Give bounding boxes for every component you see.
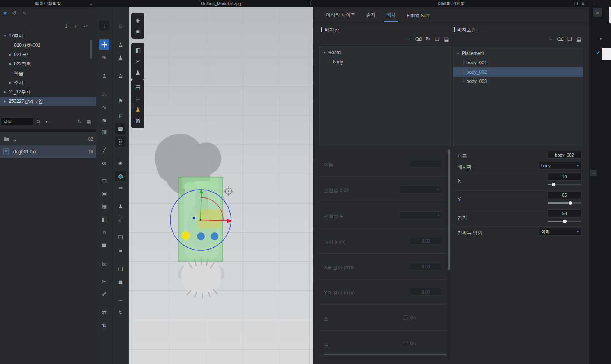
float-window-icon[interactable]: ❐ [306,0,313,7]
fabric-roll-tool[interactable]: ◎ [99,258,109,268]
pose-c-tool[interactable]: ♙ [115,70,126,81]
library-titlebar[interactable]: 라이브러리창 ← [0,0,96,7]
wave-icon[interactable]: ∿ [20,9,29,17]
gap-value-input[interactable]: 50 [548,209,581,217]
dot-pattern-tool[interactable]: ⣿ [115,136,126,147]
favorite-star-icon[interactable]: ★ [1,9,9,17]
scrollbar-thumb[interactable] [448,149,450,270]
tree-item[interactable]: ▼07주차 [0,31,96,40]
globe-add-tool[interactable]: ⊕ [115,158,126,168]
placement-item-row[interactable]: ├ body_001 [453,58,583,67]
properties-scrollbar[interactable] [447,148,451,362]
board-select[interactable]: body ▾ [539,162,581,170]
globe-view-button[interactable]: ⊕ [131,115,144,127]
board-item-row[interactable]: └ body [320,57,450,67]
tab-fitting-suit[interactable]: Fitting Suit [401,13,434,22]
layer-list-button[interactable]: ☰ [593,8,602,17]
finish-flag-tool[interactable]: ⚐ [115,111,126,121]
open-board-icon[interactable]: ❏ [434,36,440,42]
open-point-icon[interactable]: ❏ [566,36,573,42]
placement-point-selected[interactable] [181,231,190,240]
slider-thumb[interactable] [563,220,567,223]
bend-arrow-tool[interactable]: ↯ [115,307,126,317]
slider-thumb[interactable] [552,183,555,186]
hand-checkbox[interactable] [403,315,407,320]
measure-tool[interactable]: ▥ [99,126,109,137]
garment-half-tool[interactable]: ◧ [99,214,109,224]
expand-icon[interactable]: ▶ [3,100,7,103]
visible-check-icon[interactable]: ✔ [595,49,602,56]
search-options-caret-icon[interactable]: ▾ [43,118,50,125]
frame-tool[interactable]: ❏ [115,232,126,242]
delete-board-icon[interactable]: ⌫ [415,36,422,42]
grid-view-icon[interactable]: ▦ [85,118,92,125]
expand-icon[interactable]: ▶ [9,53,12,56]
expand-panel-button[interactable]: → [590,170,597,176]
flip-page-tool[interactable]: ❐ [99,176,109,186]
sewing-tool[interactable]: ∿ [99,102,109,113]
expand-icon[interactable]: ▼ [456,52,460,55]
garment-view-button[interactable]: ▣ [131,26,144,37]
foot-checkbox[interactable] [403,341,407,345]
tape-view-button[interactable]: ≣ [131,93,144,104]
wrap-direction-select[interactable]: 아래 ▾ [539,228,581,236]
expand-icon[interactable]: ▼ [323,51,327,55]
tree-item[interactable]: ▶021코트 [0,50,96,59]
flip-horizontal-tool[interactable]: ⇄ [99,307,109,317]
frame-alt-tool[interactable]: ❐ [115,264,126,274]
trim-view-button[interactable]: ✂ [131,56,144,67]
search-icon[interactable] [35,118,42,125]
refresh-board-icon[interactable]: ↻ [424,36,431,42]
dock-caret-icon[interactable]: ▾ [598,36,604,41]
slider-thumb[interactable] [569,201,572,205]
placement-item-row-selected[interactable]: ├ body_002 [453,67,583,77]
flag-pose-tool[interactable]: ⚑ [115,95,126,106]
x-slider[interactable] [548,183,581,186]
add-point-icon[interactable]: + [548,36,554,42]
add-board-icon[interactable]: + [406,36,412,42]
tab-placement[interactable]: 배치 [381,12,401,22]
expand-icon[interactable]: ▶ [3,90,7,94]
fill-frame-tool[interactable]: ■ [115,245,126,256]
collapse-left-icon[interactable]: ← [88,0,95,7]
garment-dark-tool[interactable]: ◼ [99,239,109,250]
editor-titlebar[interactable]: 아바타 편집창 ❐ ✕ [313,0,589,7]
download-icon[interactable]: ↧ [62,22,70,30]
mannequin-view-button[interactable]: ♟ [131,104,144,115]
curve-pen-tool[interactable]: ✎ [99,52,109,63]
board-name-input[interactable] [410,160,442,168]
pose-b-tool[interactable]: ♟ [115,52,126,63]
fabric-view-button[interactable]: ▤ [131,81,144,93]
scissors-tool[interactable]: ✂ [99,276,109,287]
expand-icon[interactable]: ▶ [9,62,12,66]
tree-item[interactable]: ▶022점퍼 [0,59,96,69]
pointer-down-tool[interactable]: ↓ [99,20,109,31]
point-name-input[interactable]: body_002 [548,151,581,159]
expand-icon[interactable]: ▶ [9,81,12,84]
add-icon[interactable]: + [71,22,80,30]
shirt-view-button[interactable]: ◧ [131,44,144,56]
x-value-input[interactable]: 10 [548,173,581,181]
pin-tool[interactable]: ↥ [99,70,109,81]
undo-icon[interactable]: ↩ [81,22,90,30]
placement-point[interactable] [211,232,218,240]
joint-below-select[interactable]: ▾ [399,186,442,193]
tree-item[interactable]: ▶추가 [0,78,96,87]
dock-arrow-icon[interactable]: → [592,1,598,7]
flip-vertical-tool[interactable]: ⇅ [99,320,109,331]
placement-item-row[interactable]: └ body_003 [453,77,583,86]
tab-tape[interactable]: 줄자 [361,12,381,22]
pose-a-tool[interactable]: ♙ [115,39,126,50]
walk-pose-tool[interactable]: ♘ [115,20,126,31]
float-window-icon[interactable]: ❐ [573,0,579,7]
height-input[interactable]: 0.00 [410,237,442,245]
save-board-icon[interactable]: ⬓ [443,36,450,42]
viewport-canvas[interactable]: ◈ ▣ ◧ ✂ ♟ ▤ ≣ ♟ ⊕ [129,7,313,364]
file-row[interactable]: .. 02 [0,132,96,145]
y-slider[interactable] [548,201,581,205]
delete-point-icon[interactable]: ⌫ [557,36,563,42]
placement-root-row[interactable]: ▼ Placement [453,49,583,58]
sphere-tool[interactable]: ◍ [115,171,126,181]
pattern-tool[interactable]: ▦ [99,201,109,211]
stitch-tool[interactable]: ≋ [99,115,109,125]
